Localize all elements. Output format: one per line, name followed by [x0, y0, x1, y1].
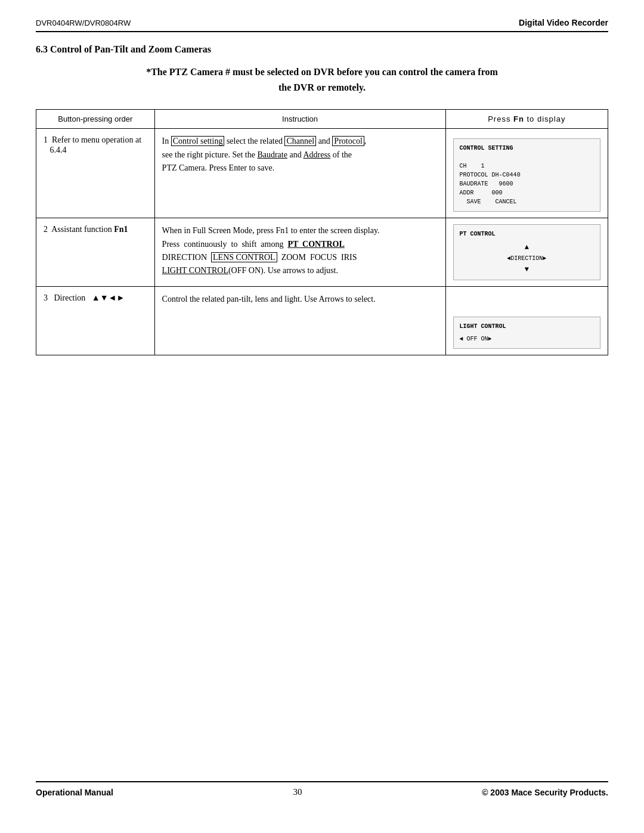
page-footer: Operational Manual 30 © 2003 Mace Securi… [36, 781, 608, 797]
row3-button-col: 3 Direction ▲▼◄► [36, 287, 155, 355]
main-notice: *The PTZ Camera # must be selected on DV… [36, 64, 608, 95]
pt-direction-label: ◄DIRECTION► [460, 254, 594, 263]
channel-ref: Channel [284, 136, 316, 146]
table-row: 3 Direction ▲▼◄► Control the related pan… [36, 287, 608, 355]
screen-line-ch: CH 1 [460, 162, 594, 171]
row2-step: 2 Assistant function Fn1 [44, 225, 128, 234]
col-header-display: Press Fn to display [445, 110, 608, 129]
light-control-content: ◄ OFF ON► [460, 335, 594, 343]
screen-line-baudrate: BAUDRATE 9600 [460, 179, 594, 188]
pt-direction-up: ▲ [460, 242, 594, 253]
row1-instruction-text: In Control setting select the related Ch… [162, 136, 367, 172]
light-control-panel: LIGHT CONTROL ◄ OFF ON► [453, 317, 600, 349]
header-model: DVR0404RW/DVR0804RW [36, 18, 131, 27]
row1-instruction-col: In Control setting select the related Ch… [154, 129, 445, 218]
page-header: DVR0404RW/DVR0804RW Digital Video Record… [36, 18, 608, 32]
screen-line-addr: ADDR 000 [460, 188, 594, 197]
row3-instruction-text: Control the related pan-tilt, lens and l… [162, 295, 376, 304]
notice-line2: the DVR or remotely. [278, 82, 366, 92]
lens-control-ref: LENS CONTROL [211, 252, 277, 262]
light-control-panel-spacer [453, 293, 600, 305]
light-control-ref: LIGHT CONTROL [162, 266, 228, 275]
screen-line-protocol: PROTOCOL DH-C0440 [460, 171, 594, 179]
row2-instruction-col: When in Full Screen Mode, press Fn1 to e… [154, 218, 445, 287]
notice-line1: *The PTZ Camera # must be selected on DV… [146, 67, 498, 77]
control-setting-title: CONTROL SETTING [460, 145, 513, 151]
address-ref: Address [303, 150, 330, 159]
baudrate-ref: Baudrate [257, 150, 287, 159]
table-row: 1 Refer to menu operation at 6.4.4 In Co… [36, 129, 608, 218]
section-title: 6.3 Control of Pan-Tilt and Zoom Cameras [36, 44, 608, 55]
row3-display-col: LIGHT CONTROL ◄ OFF ON► [445, 287, 608, 355]
light-control-title: LIGHT CONTROL [460, 322, 594, 331]
row1-display-col: CONTROL SETTING CH 1 PROTOCOL DH-C0440 B… [445, 129, 608, 218]
pt-control-panel: PT CONTROL ▲ ◄DIRECTION► ▼ [453, 224, 600, 280]
control-setting-ref: Control setting [171, 136, 225, 146]
row2-button-col: 2 Assistant function Fn1 [36, 218, 155, 287]
row1-button-col: 1 Refer to menu operation at 6.4.4 [36, 129, 155, 218]
col-header-button: Button-pressing order [36, 110, 155, 129]
header-title: Digital Video Recorder [519, 18, 608, 27]
table-row: 2 Assistant function Fn1 When in Full Sc… [36, 218, 608, 287]
row2-instruction-text: When in Full Screen Mode, press Fn1 to e… [162, 226, 380, 275]
control-setting-panel: CONTROL SETTING CH 1 PROTOCOL DH-C0440 B… [453, 138, 600, 212]
row1-step: 1 Refer to menu operation at 6.4.4 [44, 135, 141, 154]
footer-page-number: 30 [293, 787, 302, 797]
col-header-instruction: Instruction [154, 110, 445, 129]
row2-display-col: PT CONTROL ▲ ◄DIRECTION► ▼ [445, 218, 608, 287]
row3-instruction-col: Control the related pan-tilt, lens and l… [154, 287, 445, 355]
pt-control-title: PT CONTROL [460, 230, 594, 239]
protocol-ref: Protocol [332, 136, 364, 146]
pt-direction-down: ▼ [460, 264, 594, 275]
instruction-table: Button-pressing order Instruction Press … [36, 109, 608, 355]
table-header-row: Button-pressing order Instruction Press … [36, 110, 608, 129]
row3-step: 3 Direction ▲▼◄► [44, 293, 125, 302]
screen-line-save: SAVE CANCEL [460, 197, 594, 206]
screen-line-blank [460, 153, 594, 162]
footer-copyright: © 2003 Mace Security Products. [482, 788, 608, 797]
footer-manual-label: Operational Manual [36, 788, 113, 797]
